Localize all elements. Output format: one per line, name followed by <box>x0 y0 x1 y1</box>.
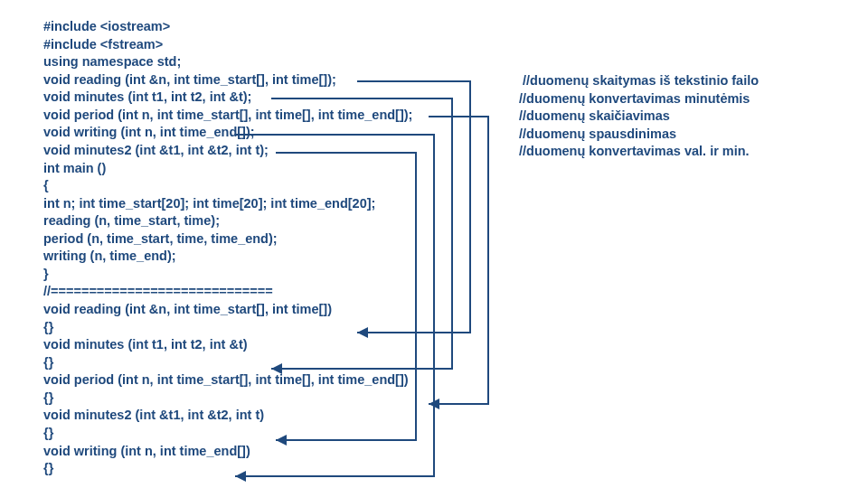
code-line: int n; int time_start[20]; int time[20];… <box>43 195 868 213</box>
comment-line: //duomenų konvertavimas val. ir min. <box>519 143 759 161</box>
code-page: #include <iostream> #include <fstream> u… <box>0 0 868 478</box>
code-line: #include <fstream> <box>43 36 868 54</box>
comment-line: //duomenų skaitymas iš tekstinio failo <box>519 72 759 90</box>
code-line: void writing (int n, int time_end[]) <box>43 443 868 461</box>
code-line: void minutes (int t1, int t2, int &t) <box>43 336 868 354</box>
code-line: //============================= <box>43 283 868 301</box>
code-line: {} <box>43 354 868 372</box>
code-line: void period (int n, int time_start[], in… <box>43 371 868 389</box>
code-line: {} <box>43 425 868 443</box>
code-line: void reading (int &n, int time_start[], … <box>43 301 868 319</box>
code-line: void minutes2 (int &t1, int &t2, int t) <box>43 407 868 425</box>
code-line: } <box>43 266 868 284</box>
code-line: period (n, time_start, time, time_end); <box>43 230 868 249</box>
comment-line: //duomenų konvertavimas minutėmis <box>519 90 759 108</box>
comment-line: //duomenų spausdinimas <box>519 126 759 144</box>
code-line: using namespace std; <box>43 53 868 71</box>
code-line: int main () <box>43 160 868 178</box>
code-line: #include <iostream> <box>43 18 868 36</box>
comment-block: //duomenų skaitymas iš tekstinio failo /… <box>519 72 759 161</box>
code-line: {} <box>43 460 868 478</box>
code-line: { <box>43 177 868 195</box>
comment-line: //duomenų skaičiavimas <box>519 108 759 126</box>
code-line: reading (n, time_start, time); <box>43 212 868 230</box>
code-line: {} <box>43 389 868 408</box>
code-line: writing (n, time_end); <box>43 248 868 266</box>
code-line: {} <box>43 319 868 337</box>
